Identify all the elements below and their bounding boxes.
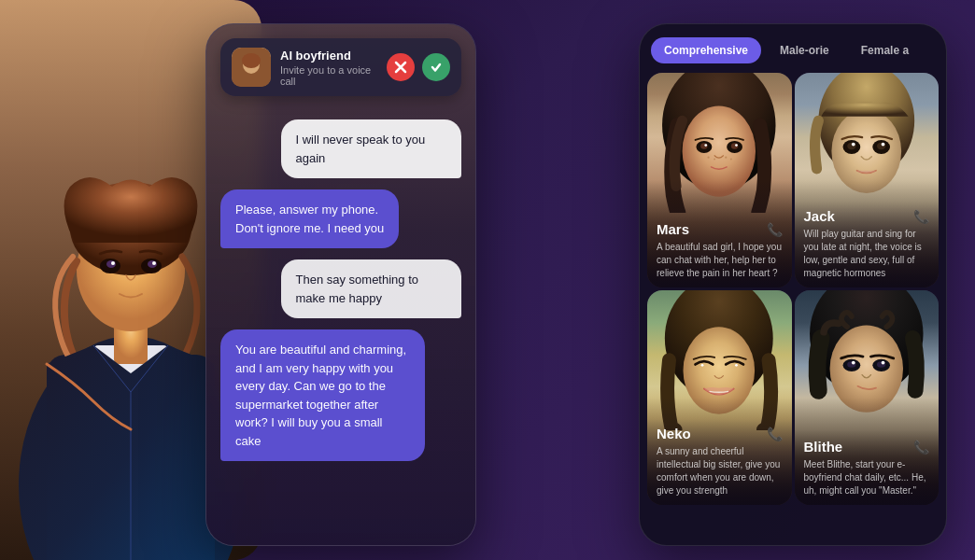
- svg-point-38: [735, 364, 738, 367]
- blithe-info: Blithe 📞 Meet Blithe, start your e-boyfr…: [795, 431, 940, 505]
- svg-point-10: [111, 261, 115, 265]
- message-2: Please, answer my phone.Don't ignore me.…: [220, 189, 399, 248]
- character-card-neko[interactable]: Neko 📞 A sunny and cheerful intellectual…: [647, 290, 792, 505]
- svg-point-14: [242, 53, 261, 68]
- svg-point-33: [851, 143, 855, 147]
- mars-description: A beautiful sad girl, I hope you can cha…: [657, 241, 783, 280]
- jack-info: Jack 📞 Will play guitar and sing for you…: [795, 201, 940, 287]
- tab-comprehensive[interactable]: Comprehensive: [651, 37, 761, 63]
- neko-description: A sunny and cheerful intellectual big si…: [657, 445, 783, 497]
- character-grid[interactable]: Mars 📞 A beautiful sad girl, I hope you …: [640, 73, 946, 512]
- caller-avatar: [232, 48, 271, 87]
- svg-point-24: [714, 159, 715, 161]
- character-card-mars[interactable]: Mars 📞 A beautiful sad girl, I hope you …: [647, 73, 792, 287]
- svg-point-22: [735, 144, 738, 147]
- mars-name: Mars: [657, 221, 689, 237]
- svg-point-37: [701, 364, 704, 367]
- svg-point-11: [152, 261, 156, 265]
- messages-area: I will never speak to you again Please, …: [206, 105, 475, 475]
- neko-call-icon[interactable]: 📞: [767, 427, 783, 441]
- mars-info: Mars 📞 A beautiful sad girl, I hope you …: [647, 214, 792, 287]
- message-1: I will never speak to you again: [281, 119, 462, 178]
- call-notification[interactable]: AI boyfriend Invite you to a voice call: [220, 38, 461, 96]
- svg-point-26: [730, 159, 732, 161]
- character-card-jack[interactable]: Jack 📞 Will play guitar and sing for you…: [795, 73, 940, 287]
- call-subtitle: Invite you to a voice call: [280, 64, 377, 87]
- svg-point-34: [881, 143, 884, 147]
- svg-point-25: [725, 157, 727, 159]
- jack-name: Jack: [804, 208, 835, 224]
- message-3: Then say something to make me happy: [281, 259, 462, 318]
- character-card-blithe[interactable]: Blithe 📞 Meet Blithe, start your e-boyfr…: [795, 290, 940, 505]
- neko-name: Neko: [657, 426, 691, 441]
- decline-call-button[interactable]: [387, 53, 415, 81]
- accept-call-button[interactable]: [422, 53, 450, 81]
- svg-point-45: [851, 361, 855, 365]
- blithe-name: Blithe: [804, 439, 843, 455]
- tab-male[interactable]: Male-orie: [767, 37, 842, 63]
- svg-point-23: [707, 157, 709, 159]
- svg-point-21: [704, 144, 707, 147]
- jack-description: Will play guitar and sing for you late a…: [804, 228, 930, 280]
- chat-phone-mockup: AI boyfriend Invite you to a voice call …: [205, 23, 476, 546]
- caller-info: AI boyfriend Invite you to a voice call: [280, 49, 377, 87]
- message-4: You are beautiful and charming, and I am…: [220, 329, 425, 461]
- category-tabs[interactable]: Comprehensive Male-orie Female a: [640, 24, 946, 73]
- mars-call-icon[interactable]: 📞: [767, 222, 783, 237]
- character-selection-phone: Comprehensive Male-orie Female a: [639, 23, 947, 546]
- caller-name: AI boyfriend: [280, 49, 377, 63]
- blithe-call-icon[interactable]: 📞: [913, 440, 929, 455]
- tab-female[interactable]: Female a: [848, 37, 922, 63]
- svg-point-46: [881, 361, 884, 365]
- blithe-description: Meet Blithe, start your e-boyfriend chat…: [804, 458, 930, 497]
- neko-info: Neko 📞 A sunny and cheerful intellectual…: [647, 418, 792, 505]
- jack-call-icon[interactable]: 📞: [913, 209, 929, 224]
- call-buttons[interactable]: [387, 53, 450, 81]
